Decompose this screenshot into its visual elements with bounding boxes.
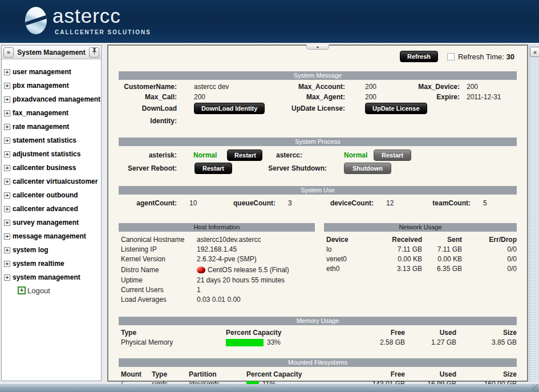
field-label: Max_Agent: <box>257 92 345 102</box>
system-use-fields: agentCount: 10 queueCount: 3 deviceCount… <box>119 198 517 208</box>
expand-icon[interactable]: + <box>4 96 10 103</box>
sidebar-item-pbx-management[interactable]: +pbx management <box>4 79 99 92</box>
table-cell: 0/0 <box>462 254 517 264</box>
logout-icon: + <box>18 286 26 294</box>
expand-icon[interactable]: + <box>4 247 10 253</box>
column-header: Size <box>456 370 517 379</box>
table-cell: 3.85 GB <box>456 338 517 347</box>
sidebar-item-label: system log <box>13 246 48 254</box>
expand-icon[interactable]: + <box>4 220 10 226</box>
column-header: Sent <box>422 235 462 245</box>
redhat-icon <box>197 266 205 273</box>
status-badge: Normal <box>193 151 220 159</box>
expand-icon[interactable]: + <box>4 138 10 144</box>
logo-sphere-icon <box>25 7 47 34</box>
system-message-section: System Message CustomerName: astercc dev… <box>119 71 517 127</box>
system-use-header: System Use <box>119 186 517 195</box>
sidebar-item-callcenter-virtualcustomer[interactable]: +callcenter virtualcustomer <box>4 175 99 188</box>
field-value: 200 <box>345 82 414 92</box>
column-header: Mount <box>119 370 152 379</box>
host-value: 21 days 20 hours 55 minutes <box>197 276 315 285</box>
expand-icon[interactable]: + <box>4 274 10 281</box>
info-columns: Host Information Canonical Hostname aste… <box>119 223 517 305</box>
sidebar-item-system-log[interactable]: +system log <box>4 243 99 257</box>
field-value: 10 <box>177 198 228 208</box>
refresh-button[interactable]: Refresh <box>400 51 438 62</box>
host-value: 2.6.32-4-pve (SMP) <box>197 254 315 264</box>
server-reboot-button[interactable]: Restart <box>194 163 232 174</box>
system-use-section: System Use agentCount: 10 queueCount: 3 … <box>119 186 517 208</box>
sidebar-collapse-button[interactable]: « <box>3 47 14 58</box>
refresh-time-label: Refresh Time: 30 <box>458 52 514 61</box>
collapse-north-tab[interactable]: ▲ <box>306 45 329 50</box>
table-cell: 2.58 GB <box>323 338 405 347</box>
sidebar-item-adjustment-statistics[interactable]: +adjustment statistics <box>4 147 99 161</box>
sidebar-item-label: rate management <box>13 123 69 131</box>
refresh-time-checkbox[interactable] <box>447 53 455 60</box>
table-cell: 3.13 GB <box>378 264 422 274</box>
expand-icon[interactable]: + <box>4 151 10 157</box>
host-value: astercc10dev.astercc <box>197 235 315 245</box>
resize-grip[interactable] <box>532 385 538 391</box>
status-badge: Normal <box>344 151 370 159</box>
sidebar-item-label: callcenter outbound <box>13 191 78 199</box>
sidebar-item-label: pbx management <box>13 82 69 90</box>
server-shutdown-button[interactable]: Shutdown <box>344 163 391 174</box>
expand-icon[interactable]: + <box>4 233 10 240</box>
sidebar-item-user-management[interactable]: +user management <box>4 65 99 79</box>
expand-icon[interactable]: + <box>4 179 10 185</box>
sidebar-item-system-realtime[interactable]: +system realtime <box>4 257 99 270</box>
sidebar-item-statement-statistics[interactable]: +statement statistics <box>4 134 99 147</box>
host-label: Load Averages <box>121 295 197 305</box>
expand-icon[interactable]: + <box>4 206 10 212</box>
sidebar-item-logout[interactable]: + Logout <box>18 284 101 297</box>
field-value: 5 <box>471 198 517 208</box>
field-value: 12 <box>374 198 425 208</box>
field-value: UpDate License <box>345 102 414 127</box>
sidebar-item-label: survey management <box>13 219 79 227</box>
table-cell: 6.35 GB <box>422 264 462 274</box>
sidebar-item-callcenter-outbound[interactable]: +callcenter outbound <box>4 188 99 202</box>
expand-icon[interactable]: + <box>4 124 10 130</box>
right-panel-collapse-button[interactable]: « <box>530 47 539 57</box>
expand-icon[interactable]: + <box>4 261 10 267</box>
field-value: 2011-12-31 <box>460 92 517 102</box>
sidebar-item-pbxadvanced-management[interactable]: +pbxadvanced management <box>4 92 99 106</box>
sidebar-item-message-management[interactable]: +message management <box>4 229 99 243</box>
logo-tagline: CALLCENTER SOLUTIONS <box>55 29 180 35</box>
expand-icon[interactable]: + <box>4 83 10 89</box>
sidebar-item-callcenter-advanced[interactable]: +callcenter advanced <box>4 202 99 216</box>
restart-astercc-button[interactable]: Restart <box>374 149 411 161</box>
sidebar-item-rate-management[interactable]: +rate management <box>4 120 99 134</box>
table-cell: 0/0 <box>462 245 517 254</box>
field-label: CustomerName: <box>119 82 177 92</box>
table-cell: Physical Memory <box>119 338 226 347</box>
column-header: Size <box>456 328 517 338</box>
column-header: Type <box>119 328 226 338</box>
mounted-filesystems-header: Mounted Filesystems <box>119 358 517 367</box>
expand-icon[interactable]: + <box>4 110 10 116</box>
column-header: Percent Capacity <box>244 370 346 379</box>
system-process-header: System Process <box>119 138 517 146</box>
refresh-time-text: Refresh Time: <box>458 52 504 61</box>
expand-icon[interactable]: + <box>4 165 10 171</box>
table-cell: 7.11 GB <box>422 245 462 254</box>
collapse-left-icon: « <box>7 49 10 55</box>
sidebar-item-fax-management[interactable]: +fax_management <box>4 106 99 120</box>
sidebar-item-label: callcenter business <box>13 164 76 172</box>
sidebar-item-system-management[interactable]: +system management <box>4 270 99 284</box>
restart-asterisk-button[interactable]: Restart <box>227 149 262 161</box>
expand-icon[interactable]: + <box>4 69 10 75</box>
download-identity-button[interactable]: DownLoad Identity <box>194 103 265 114</box>
logo-text: astercc <box>52 5 121 27</box>
bottom-status-bar <box>0 384 539 392</box>
sidebar-item-callcenter-business[interactable]: +callcenter business <box>4 161 99 175</box>
host-value: 0.03 0.01 0.00 <box>197 295 315 305</box>
expand-icon[interactable]: + <box>4 192 10 199</box>
sidebar-item-survey-management[interactable]: +survey management <box>4 216 99 229</box>
host-label: Kernel Version <box>121 254 197 264</box>
sidebar-item-label: message management <box>13 232 86 240</box>
field-label: DownLoad Identity: <box>119 102 177 127</box>
sidebar-pin-button[interactable] <box>89 47 99 58</box>
field-label: agentCount: <box>119 198 177 208</box>
